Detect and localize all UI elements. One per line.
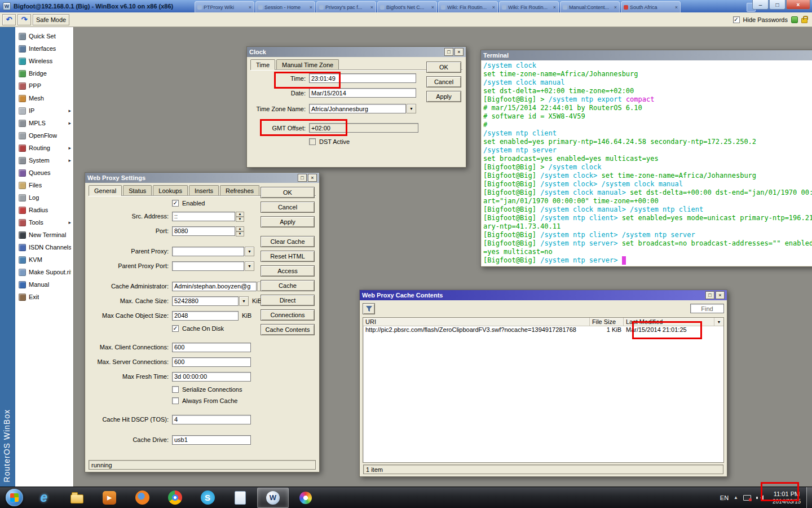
minimize-button[interactable]: – [752, 0, 769, 10]
tab-close-icon[interactable]: × [370, 5, 373, 10]
dropdown-icon[interactable]: ▼ [245, 247, 254, 256]
browser-tab[interactable]: South Africa× [621, 1, 681, 12]
timezone-field[interactable]: Africa/Johannesburg [309, 104, 406, 113]
browser-tab[interactable]: Bigfoot's Net C...× [377, 1, 437, 12]
main-titlebar[interactable]: W Bigfoot@192.168.0.1 (Big) - WinBox v6.… [0, 0, 812, 12]
webproxy-access-button[interactable]: Access [261, 265, 315, 277]
date-field[interactable]: Mar/15/2014 [309, 88, 416, 98]
clock-cancel-button[interactable]: Cancel [426, 76, 461, 87]
maximize-button[interactable]: □ [769, 0, 785, 10]
tab-general[interactable]: General [89, 185, 122, 196]
checkbox-enabled[interactable]: ✓ [172, 200, 179, 207]
terminal-body[interactable]: /system clockset time-zone-name=Africa/J… [482, 60, 812, 266]
filter-button[interactable] [363, 303, 375, 314]
tab-manual-time-zone[interactable]: Manual Time Zone [276, 59, 339, 69]
sidebar-item-manual[interactable]: Manual [15, 278, 73, 291]
column-last-modified[interactable]: Last Modified [624, 318, 714, 326]
webproxy-clear-cache-button[interactable]: Clear Cache [261, 236, 315, 247]
clock-apply-button[interactable]: Apply [426, 91, 461, 102]
winbox-taskbar-icon[interactable]: W [257, 488, 289, 508]
webproxy-apply-button[interactable]: Apply [261, 216, 315, 227]
webproxy-close-icon[interactable]: × [308, 174, 317, 182]
sidebar-item-tools[interactable]: Tools▸ [15, 216, 73, 229]
find-input[interactable]: Find [690, 304, 724, 313]
sidebar-item-log[interactable]: Log [15, 191, 73, 204]
table-row[interactable]: http://pic2.pbsrc.com/flash/ZeroClipboar… [363, 326, 723, 335]
sidebar-item-files[interactable]: Files [15, 179, 73, 191]
sidebar-item-radius[interactable]: Radius [15, 204, 73, 216]
field-cache-hit-dscp-tos[interactable]: 4 [172, 415, 251, 424]
tab-close-icon[interactable]: × [249, 5, 251, 10]
column-selector-icon[interactable]: ▼ [714, 318, 723, 326]
column-file-size[interactable]: File Size [590, 318, 624, 326]
color-app-icon[interactable] [290, 488, 321, 508]
chrome-icon[interactable] [159, 488, 191, 508]
field-max-server-connections[interactable]: 600 [172, 357, 251, 367]
redo-button[interactable]: ↷ [17, 14, 31, 25]
windows-explorer-icon[interactable] [61, 488, 92, 508]
sidebar-item-isdn-channels[interactable]: ISDN Channels [15, 241, 73, 253]
field-parent-proxy[interactable] [172, 247, 244, 256]
hide-passwords-checkbox[interactable]: ✓ [733, 16, 740, 23]
sidebar-item-kvm[interactable]: KVM [15, 253, 73, 266]
network-status-icon[interactable] [743, 495, 751, 501]
cache-close-icon[interactable]: × [716, 291, 725, 299]
field-max-cache-object-size[interactable]: 2048 [172, 311, 239, 321]
sidebar-item-make-supout-rif[interactable]: Make Supout.rif [15, 266, 73, 278]
sidebar-item-new-terminal[interactable]: New Terminal [15, 229, 73, 241]
field-max-cache-size[interactable]: 5242880 [172, 296, 239, 306]
webproxy-reset-html-button[interactable]: Reset HTML [261, 251, 315, 262]
webproxy-maximize-icon[interactable]: □ [298, 174, 307, 182]
field-src-address[interactable]: :: [172, 212, 235, 221]
cache-list[interactable]: URI File Size Last Modified ▼ http://pic… [363, 317, 724, 463]
sidebar-item-wireless[interactable]: Wireless [15, 55, 73, 67]
tab-close-icon[interactable]: × [492, 5, 495, 10]
field-parent-proxy-port[interactable] [172, 261, 244, 271]
webproxy-connections-button[interactable]: Connections [261, 309, 315, 321]
checkbox-serialize-connections[interactable] [172, 386, 179, 393]
browser-tab[interactable]: Privoxy's pac f...× [316, 1, 376, 12]
cache-maximize-icon[interactable]: □ [705, 291, 714, 299]
checkbox-cache-on-disk[interactable]: ✓ [172, 325, 179, 332]
webproxy-cache-button[interactable]: Cache [261, 280, 315, 291]
browser-tab[interactable]: Manual:Content...× [560, 1, 620, 12]
time-field[interactable]: 23:01:49 [309, 73, 416, 83]
language-indicator[interactable]: EN [720, 494, 729, 501]
field-cache-administrator[interactable]: Admin/stephan.booyzen@g [172, 282, 257, 291]
tab-close-icon[interactable]: × [431, 5, 434, 10]
skype-icon[interactable]: S [192, 488, 223, 508]
clock-ok-button[interactable]: OK [426, 62, 461, 73]
sidebar-item-queues[interactable]: Queues [15, 167, 73, 179]
tab-close-icon[interactable]: × [310, 5, 312, 10]
tab-refreshes[interactable]: Refreshes [220, 185, 259, 195]
sidebar-item-routing[interactable]: Routing▸ [15, 142, 73, 154]
tab-close-icon[interactable]: × [614, 5, 617, 10]
browser-tab[interactable]: Wiki: Fix Routin...× [499, 1, 559, 12]
spin-down-icon[interactable]: ▼ [236, 231, 244, 237]
browser-tab[interactable]: PTProxy Wiki× [195, 1, 254, 12]
spinner[interactable]: ▲▼ [236, 226, 244, 236]
clock-titlebar[interactable]: Clock □ × [247, 47, 466, 57]
tab-status[interactable]: Status [123, 185, 152, 195]
terminal-titlebar[interactable]: Terminal [481, 50, 812, 60]
sidebar-item-interfaces[interactable]: Interfaces [15, 42, 73, 55]
tab-lookups[interactable]: Lookups [153, 185, 188, 195]
safe-mode-button[interactable]: Safe Mode [33, 14, 69, 25]
webproxy-cancel-button[interactable]: Cancel [261, 202, 315, 213]
checkbox-always-from-cache[interactable] [172, 397, 179, 404]
webproxy-ok-button[interactable]: OK [261, 187, 315, 198]
sidebar-item-quick-set[interactable]: Quick Set [15, 30, 73, 42]
show-desktop-button[interactable] [806, 487, 812, 508]
spinner[interactable]: ▲▼ [236, 212, 244, 221]
sidebar-item-mesh[interactable]: Mesh [15, 92, 73, 104]
media-player-icon[interactable]: ▶ [94, 488, 125, 508]
field-max-client-connections[interactable]: 600 [172, 343, 251, 352]
sidebar-item-mpls[interactable]: MPLS▸ [15, 117, 73, 129]
browser-tab[interactable]: Wiki: Fix Routin...× [438, 1, 498, 12]
browser-tab[interactable]: Session - Home× [255, 1, 315, 12]
sidebar-item-openflow[interactable]: OpenFlow [15, 129, 73, 142]
start-button[interactable] [1, 488, 27, 508]
sidebar-item-ip[interactable]: IP▸ [15, 104, 73, 117]
sidebar-item-system[interactable]: System▸ [15, 154, 73, 167]
clock-close-icon[interactable]: × [454, 48, 464, 56]
